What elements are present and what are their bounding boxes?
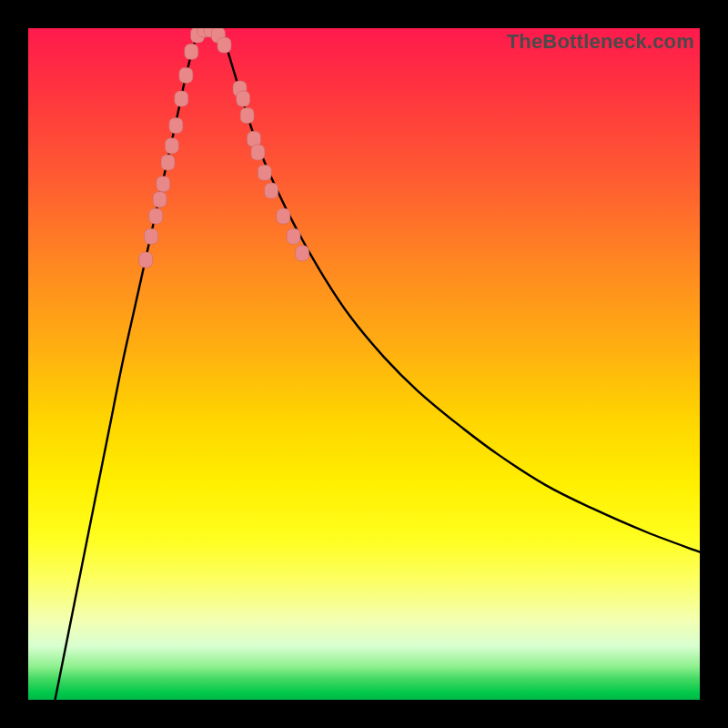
- chart-frame: TheBottleneck.com: [0, 0, 728, 728]
- plot-area: TheBottleneck.com: [28, 28, 700, 700]
- watermark-layer: TheBottleneck.com: [28, 28, 700, 700]
- watermark-text: TheBottleneck.com: [507, 30, 694, 54]
